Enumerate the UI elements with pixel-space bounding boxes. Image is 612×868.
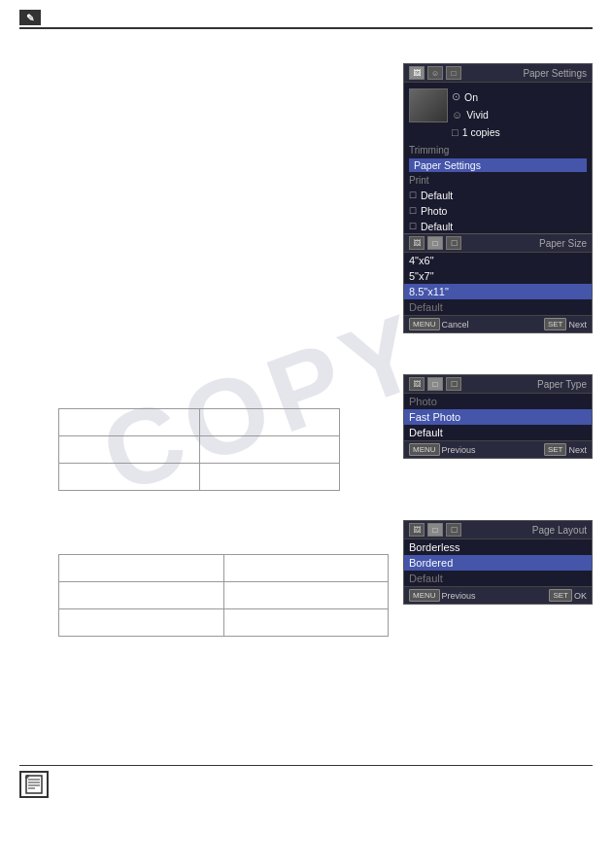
panel2-cancel-label: Cancel: [442, 320, 469, 330]
top-rule: [19, 27, 593, 29]
panel1-highlighted-row: Paper Settings: [409, 158, 587, 172]
panel4-footer: MENU Previous SET OK: [404, 586, 592, 604]
table-cell: [199, 464, 340, 491]
panel2-icon2: □: [427, 236, 443, 250]
panel3-title: Paper Type: [537, 379, 587, 390]
panel2-icons: 🖼 □ ☐: [409, 236, 461, 250]
table-cell: [223, 582, 389, 609]
panel4-icon2: □: [427, 523, 443, 537]
panel2-footer: MENU Cancel SET Next: [404, 315, 592, 332]
panel4-menu-key: MENU: [409, 589, 440, 602]
panel2-item-2[interactable]: 8.5"x11": [404, 284, 592, 299]
panel4-item-2[interactable]: Default: [404, 571, 592, 586]
panel3-header: 🖼 □ ☐ Paper Type: [404, 375, 592, 394]
panel1-photo-val: Photo: [421, 205, 447, 217]
panel3-item-1[interactable]: Fast Photo: [404, 409, 592, 425]
table-row: [59, 555, 389, 582]
panel-page-layout: 🖼 □ ☐ Page Layout Borderless Bordered De…: [403, 520, 593, 605]
panel1-row-photo: ☐ Photo: [409, 203, 587, 219]
table-cell: [59, 609, 224, 637]
panel2-header: 🖼 □ ☐ Paper Size: [404, 234, 592, 253]
panel4-header: 🖼 □ ☐ Page Layout: [404, 521, 592, 539]
panel4-item-1[interactable]: Bordered: [404, 555, 592, 571]
panel3-icon3: ☐: [446, 377, 461, 391]
panel3-item-2[interactable]: Default: [404, 425, 592, 440]
panel1-row-vivid: ☺ Vivid: [452, 107, 500, 122]
panel2-menu-key: MENU: [409, 318, 440, 330]
panel1-row-default2: ☐ Default: [409, 219, 587, 234]
table-cell: [59, 582, 224, 609]
svg-rect-0: [26, 776, 42, 793]
panel-print-settings: 🖼 ☺ □ Paper Settings ⊙ On ☺ Vivid □: [403, 63, 593, 256]
panel4-prev-btn[interactable]: MENU Previous: [409, 589, 476, 602]
panel2-icon3: ☐: [446, 236, 461, 250]
panel1-default2-val: Default: [421, 221, 453, 232]
panel2-set-key: SET: [544, 318, 567, 330]
table-row: [59, 436, 340, 464]
bottom-rule: [19, 765, 593, 767]
panel4-ok-label: OK: [574, 591, 587, 601]
panel1-icon2: ☺: [427, 66, 443, 80]
panel2-body: 4"x6" 5"x7" 8.5"x11" Default: [404, 253, 592, 315]
panel3-next-btn[interactable]: SET Next: [544, 443, 587, 456]
panel1-default1-val: Default: [421, 190, 453, 201]
table-cell: [59, 409, 200, 436]
panel1-val-vivid: Vivid: [466, 109, 489, 121]
panel1-row-print: Print: [409, 173, 587, 188]
panel2-next-label: Next: [568, 320, 587, 330]
table-cell: [199, 436, 340, 464]
table-cell: [59, 436, 200, 464]
panel1-header: 🖼 ☺ □ Paper Settings: [404, 64, 592, 83]
panel1-highlighted-text: Paper Settings: [414, 159, 481, 171]
panel3-icons: 🖼 □ ☐: [409, 377, 461, 391]
panel1-row-trimming: Trimming: [409, 143, 587, 157]
table-row: [59, 582, 389, 609]
table-cell: [59, 555, 224, 582]
panel1-title: Paper Settings: [523, 68, 587, 79]
panel3-set-key: SET: [544, 443, 567, 456]
table-cell: [199, 409, 340, 436]
panel4-title: Page Layout: [532, 525, 587, 536]
panel3-footer: MENU Previous SET Next: [404, 440, 592, 458]
table-row: [59, 409, 340, 436]
panel3-icon1: 🖼: [409, 377, 425, 391]
panel4-prev-label: Previous: [442, 591, 476, 601]
panel1-icons: 🖼 ☺ □: [409, 66, 461, 80]
panel2-cancel-btn[interactable]: MENU Cancel: [409, 318, 469, 330]
top-icon: ✎: [19, 10, 41, 25]
panel1-body: ⊙ On ☺ Vivid □ 1 copies Trimming Paper S…: [404, 83, 592, 237]
panel2-item-3[interactable]: Default: [404, 299, 592, 315]
panel3-next-label: Next: [568, 445, 587, 455]
table-cell: [59, 464, 200, 491]
panel3-icon2: □: [427, 377, 443, 391]
panel1-row-on: ⊙ On: [452, 88, 500, 105]
panel2-item-0[interactable]: 4"x6": [404, 253, 592, 268]
panel3-prev-btn[interactable]: MENU Previous: [409, 443, 476, 456]
table-2: [58, 554, 389, 637]
panel-paper-size: 🖼 □ ☐ Paper Size 4"x6" 5"x7" 8.5"x11" De…: [403, 233, 593, 333]
panel4-ok-btn[interactable]: SET OK: [549, 589, 587, 602]
panel1-trimming-label: Trimming: [409, 145, 449, 156]
panel2-item-1[interactable]: 5"x7": [404, 268, 592, 284]
table-row: [59, 609, 389, 637]
bottom-icon: [19, 771, 49, 798]
panel1-icon3: □: [446, 66, 461, 80]
panel4-body: Borderless Bordered Default: [404, 539, 592, 586]
panel1-val-copies: 1 copies: [462, 126, 500, 138]
panel4-item-0[interactable]: Borderless: [404, 539, 592, 555]
panel1-thumbnail: [409, 88, 448, 122]
panel4-icon3: ☐: [446, 523, 461, 537]
panel1-val-on: On: [464, 91, 478, 103]
panel2-next-btn[interactable]: SET Next: [544, 318, 587, 330]
table-1: [58, 408, 340, 491]
panel1-print-label: Print: [409, 175, 429, 186]
panel4-set-key: SET: [549, 589, 572, 602]
panel1-icon1: 🖼: [409, 66, 425, 80]
panel3-body: Photo Fast Photo Default: [404, 394, 592, 440]
panel2-title: Paper Size: [539, 238, 587, 249]
panel3-prev-label: Previous: [442, 445, 476, 455]
panel1-row-default1: ☐ Default: [409, 188, 587, 203]
panel3-menu-key: MENU: [409, 443, 440, 456]
panel2-icon1: 🖼: [409, 236, 425, 250]
panel3-item-0[interactable]: Photo: [404, 394, 592, 409]
